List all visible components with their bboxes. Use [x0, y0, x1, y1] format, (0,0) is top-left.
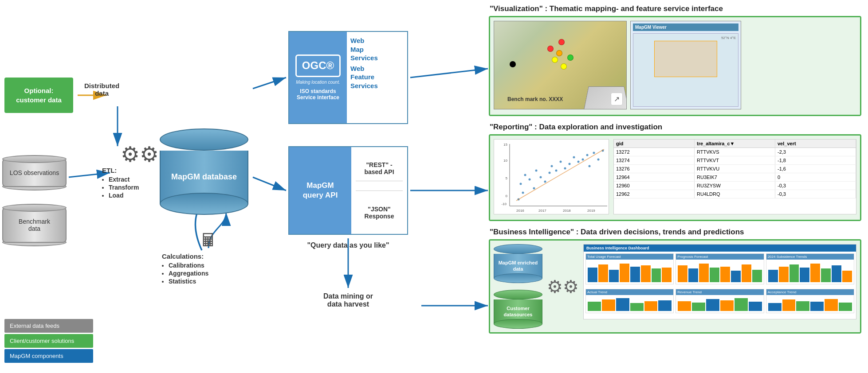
map-placeholder-2: MapGM Viewer 52°N 4°E — [630, 21, 741, 109]
svg-text:15: 15 — [503, 143, 507, 147]
svg-point-31 — [540, 176, 542, 179]
svg-point-42 — [586, 154, 589, 156]
legend-client-solutions: Client/customer solutions — [4, 334, 93, 348]
ogc-logo: OGC® — [295, 54, 341, 77]
svg-point-29 — [533, 187, 535, 190]
bi-title: "Business Intelligence" : Data driven de… — [489, 228, 861, 237]
svg-point-44 — [593, 152, 595, 154]
visualization-panel-inner: Bench mark no. XXXX ↗ MapGM Viewer 52°N … — [490, 17, 860, 115]
map-placeholder-1: Bench mark no. XXXX ↗ — [494, 21, 627, 109]
map2-coords: 52°N 4°E — [721, 36, 736, 40]
svg-line-7 — [253, 177, 286, 190]
svg-text:2017: 2017 — [538, 209, 546, 213]
chart4-title: Actual Trend — [586, 289, 673, 295]
svg-point-30 — [535, 170, 538, 172]
ogc-text-area: WebMapServices WebFeatureServices — [347, 32, 407, 123]
svg-line-9 — [410, 69, 488, 78]
web-feature-services-label: WebFeatureServices — [350, 64, 404, 90]
visualization-section: "Visualization" : Thematic mapping- and … — [489, 4, 861, 116]
calculations-box: Calculations: Calibrations Aggregations … — [162, 253, 246, 286]
reporting-title: "Reporting" : Data exploration and inves… — [489, 123, 861, 132]
visualization-panel: Bench mark no. XXXX ↗ MapGM Viewer 52°N … — [489, 16, 861, 116]
bi-cylinders: MapGM enriched data Customer datasources — [494, 244, 542, 329]
visualization-title: "Visualization" : Thematic mapping- and … — [489, 4, 861, 13]
legend-external-feeds: External data feeds — [4, 319, 93, 333]
svg-point-40 — [577, 161, 580, 163]
chart6-title: Acceptance Trend — [766, 289, 854, 295]
calc-label: Calculations: — [162, 253, 246, 260]
bi-gear-icon: ⚙⚙ — [547, 276, 579, 297]
bi-dashboard-header: Business Intelligence Dashboard — [584, 245, 856, 252]
map-dot-red1 — [547, 46, 554, 52]
data-mining-text: Data mining or data harvest — [279, 292, 417, 308]
optional-customer-box: Optional: customer data — [4, 78, 73, 113]
optional-label: Optional: customer data — [16, 86, 62, 105]
mapgm-db-label: MapGM database — [171, 172, 237, 182]
svg-point-38 — [569, 163, 571, 165]
calc-item-aggregations: Aggregations — [169, 270, 246, 277]
mapgm-enriched-label: MapGM enriched data — [494, 260, 542, 272]
chart5-title: Revenue Trend — [676, 289, 763, 295]
svg-point-35 — [555, 170, 558, 172]
bi-panel-inner: MapGM enriched data Customer datasources — [490, 241, 860, 332]
chart3-title: 2024 Subsidence Trends — [766, 254, 854, 260]
table-row: 13276 RTTVKVU -1,6 — [614, 165, 856, 173]
data-table: gid tre_altamira_c▼ vel_vert 13272 RTTVK… — [613, 139, 856, 214]
map-dot-green — [567, 54, 573, 61]
los-cylinder: LOS observations — [2, 155, 67, 190]
customer-datasources-label: Customer datasources — [494, 306, 542, 317]
col-tre: tre_altamira_c▼ — [695, 140, 775, 148]
ogc-logo-area: OGC® Making location count. ISO standard… — [289, 32, 347, 123]
svg-point-28 — [529, 179, 531, 181]
map-dot-yellow2 — [561, 63, 567, 70]
svg-point-32 — [544, 181, 546, 183]
calc-item-statistics: Statistics — [169, 278, 246, 285]
table-row: 13272 RTTVKVS -2,3 — [614, 148, 856, 156]
chart2-title: Prognosis Forecast — [676, 254, 763, 260]
json-response-label: "JSON" Response — [356, 200, 403, 225]
svg-point-43 — [589, 165, 591, 167]
calculator-icon: 🖩 — [200, 230, 217, 250]
svg-text:2019: 2019 — [587, 209, 595, 213]
map-dot-black — [510, 61, 516, 67]
map-dot-yellow1 — [552, 57, 558, 63]
share-button[interactable]: ↗ — [611, 93, 623, 105]
col-gid: gid — [614, 140, 695, 148]
customer-datasources-cylinder: Customer datasources — [494, 290, 542, 329]
scatter-plot-svg: 15 10 5 0 -10 2016 2017 2018 2019 — [494, 140, 609, 215]
right-panels: "Visualization" : Thematic mapping- and … — [489, 4, 861, 340]
web-map-services-label: WebMapServices — [350, 36, 404, 62]
svg-point-45 — [597, 159, 600, 161]
table-header: gid tre_altamira_c▼ vel_vert — [614, 140, 856, 148]
query-text: "Query data as you like" — [279, 241, 417, 249]
benchmark-label: Benchmark data — [19, 218, 50, 232]
mapgm-enriched-cylinder: MapGM enriched data — [494, 244, 542, 283]
table-row: 12960 RU3ZYSW -0,3 — [614, 182, 856, 190]
los-label: LOS observations — [10, 169, 59, 176]
svg-point-37 — [564, 167, 566, 170]
svg-point-36 — [560, 161, 562, 163]
map-dot-red2 — [558, 39, 565, 45]
svg-point-39 — [573, 156, 575, 159]
legend-area: External data feeds Client/customer solu… — [4, 319, 93, 364]
col-vel: vel_vert — [775, 140, 856, 148]
svg-point-26 — [522, 192, 524, 194]
table-row: 12962 RU4LDRQ -0,3 — [614, 190, 856, 198]
iso-text: ISO standardsService interface — [297, 88, 339, 101]
map2-header: MapGM Viewer — [633, 23, 738, 31]
bi-section: "Business Intelligence" : Data driven de… — [489, 228, 861, 334]
distributed-data-label: Distributed data — [84, 82, 119, 97]
query-api-header: MapGM query API — [294, 174, 347, 207]
calc-items: Calibrations Aggregations Statistics — [162, 262, 246, 285]
svg-text:10: 10 — [503, 159, 507, 163]
map-dot-orange — [556, 50, 562, 56]
benchmark-cylinder: Benchmark data — [2, 204, 67, 246]
svg-text:-10: -10 — [501, 202, 507, 206]
calc-item-calibrations: Calibrations — [169, 262, 246, 269]
query-api-box: MapGM query API "REST" - based API "JSON… — [288, 146, 408, 235]
scatter-plot: 15 10 5 0 -10 2016 2017 2018 2019 — [494, 139, 609, 214]
svg-text:2018: 2018 — [563, 209, 571, 213]
svg-text:2016: 2016 — [516, 209, 524, 213]
svg-point-41 — [582, 159, 584, 161]
svg-text:0: 0 — [506, 194, 508, 198]
